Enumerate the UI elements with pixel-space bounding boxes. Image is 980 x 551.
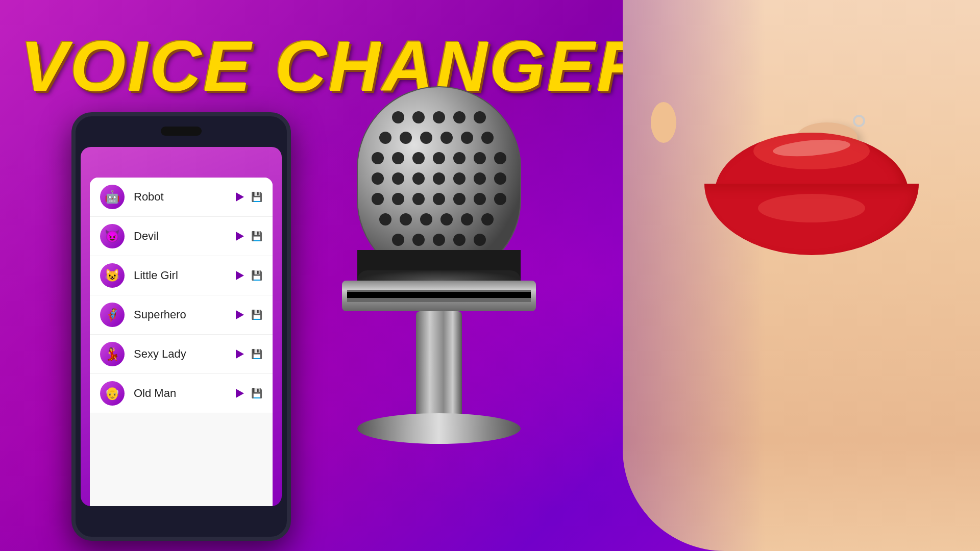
svg-point-12 <box>372 152 384 164</box>
save-button-lady[interactable]: 💾 <box>251 348 262 360</box>
svg-point-37 <box>461 213 473 226</box>
save-button-robot[interactable]: 💾 <box>251 191 262 203</box>
voice-actions-devil: 💾 <box>236 231 262 242</box>
svg-point-5 <box>474 111 486 123</box>
lips <box>684 133 939 276</box>
superhero-icon: 🦸 <box>100 303 125 327</box>
svg-point-2 <box>412 111 425 123</box>
svg-point-22 <box>433 172 445 185</box>
svg-point-18 <box>494 152 506 164</box>
oldman-icon: 👴 <box>100 381 125 406</box>
svg-point-9 <box>440 132 453 144</box>
svg-point-28 <box>412 193 425 205</box>
svg-point-34 <box>400 213 412 226</box>
phone-mockup: 🤖 Robot 💾 😈 Devil 💾 😺 Little Girl <box>71 112 291 541</box>
microphone <box>316 82 561 459</box>
svg-point-7 <box>400 132 412 144</box>
voice-actions-lady: 💾 <box>236 348 262 360</box>
svg-point-3 <box>433 111 445 123</box>
play-button-devil[interactable] <box>236 232 244 241</box>
voice-name-oldman: Old Man <box>134 387 236 400</box>
voice-actions-girl: 💾 <box>236 270 262 281</box>
devil-icon: 😈 <box>100 224 125 248</box>
lip-shine <box>772 137 851 159</box>
svg-point-25 <box>494 172 506 185</box>
svg-point-13 <box>392 152 404 164</box>
svg-point-40 <box>412 234 425 246</box>
ear <box>651 102 676 143</box>
play-button-girl[interactable] <box>236 271 244 280</box>
svg-point-4 <box>453 111 465 123</box>
list-item[interactable]: 😈 Devil 💾 <box>90 217 273 256</box>
woman-face <box>623 0 980 551</box>
lady-icon: 💃 <box>100 342 125 366</box>
svg-point-31 <box>474 193 486 205</box>
svg-point-21 <box>412 172 425 185</box>
voice-list: 🤖 Robot 💾 😈 Devil 💾 😺 Little Girl <box>90 178 273 506</box>
svg-point-50 <box>357 413 521 444</box>
voice-name-girl: Little Girl <box>134 269 236 282</box>
save-button-girl[interactable]: 💾 <box>251 270 262 281</box>
svg-point-10 <box>461 132 473 144</box>
svg-point-19 <box>372 172 384 185</box>
svg-rect-48 <box>347 292 531 298</box>
svg-point-24 <box>474 172 486 185</box>
svg-point-20 <box>392 172 404 185</box>
voice-actions-robot: 💾 <box>236 191 262 203</box>
list-item[interactable]: 👴 Old Man 💾 <box>90 374 273 413</box>
list-item[interactable]: 😺 Little Girl 💾 <box>90 256 273 295</box>
play-button-lady[interactable] <box>236 349 244 359</box>
svg-point-1 <box>392 111 404 123</box>
svg-point-16 <box>453 152 465 164</box>
svg-point-17 <box>474 152 486 164</box>
list-item[interactable]: 🤖 Robot 💾 <box>90 178 273 217</box>
save-button-oldman[interactable]: 💾 <box>251 388 262 399</box>
girl-icon: 😺 <box>100 263 125 288</box>
svg-point-15 <box>433 152 445 164</box>
lower-lip <box>704 184 919 255</box>
svg-point-6 <box>379 132 391 144</box>
list-item[interactable]: 🦸 Superhero 💾 <box>90 295 273 335</box>
lip-ring <box>853 115 865 127</box>
svg-point-42 <box>453 234 465 246</box>
phone-screen: 🤖 Robot 💾 😈 Devil 💾 😺 Little Girl <box>81 147 282 506</box>
svg-point-14 <box>412 152 425 164</box>
save-button-superhero[interactable]: 💾 <box>251 309 262 320</box>
svg-point-38 <box>481 213 494 226</box>
voice-name-devil: Devil <box>134 230 236 243</box>
svg-point-33 <box>379 213 391 226</box>
voice-name-lady: Sexy Lady <box>134 347 236 361</box>
svg-point-35 <box>420 213 432 226</box>
svg-point-8 <box>420 132 432 144</box>
svg-point-41 <box>433 234 445 246</box>
play-button-oldman[interactable] <box>236 389 244 398</box>
svg-point-23 <box>453 172 465 185</box>
svg-point-26 <box>372 193 384 205</box>
svg-point-43 <box>474 234 486 246</box>
voice-name-robot: Robot <box>134 190 236 204</box>
svg-point-32 <box>494 193 506 205</box>
svg-point-39 <box>392 234 404 246</box>
microphone-svg <box>316 82 561 459</box>
save-button-devil[interactable]: 💾 <box>251 231 262 242</box>
svg-rect-49 <box>416 311 462 423</box>
play-button-superhero[interactable] <box>236 310 244 319</box>
robot-icon: 🤖 <box>100 185 125 209</box>
voice-actions-superhero: 💾 <box>236 309 262 320</box>
svg-point-36 <box>440 213 453 226</box>
svg-point-11 <box>481 132 494 144</box>
play-button-robot[interactable] <box>236 192 244 202</box>
svg-point-27 <box>392 193 404 205</box>
svg-point-30 <box>453 193 465 205</box>
voice-name-superhero: Superhero <box>134 308 236 321</box>
list-item[interactable]: 💃 Sexy Lady 💾 <box>90 335 273 374</box>
svg-point-29 <box>433 193 445 205</box>
phone-notch <box>161 127 202 136</box>
voice-actions-oldman: 💾 <box>236 388 262 399</box>
